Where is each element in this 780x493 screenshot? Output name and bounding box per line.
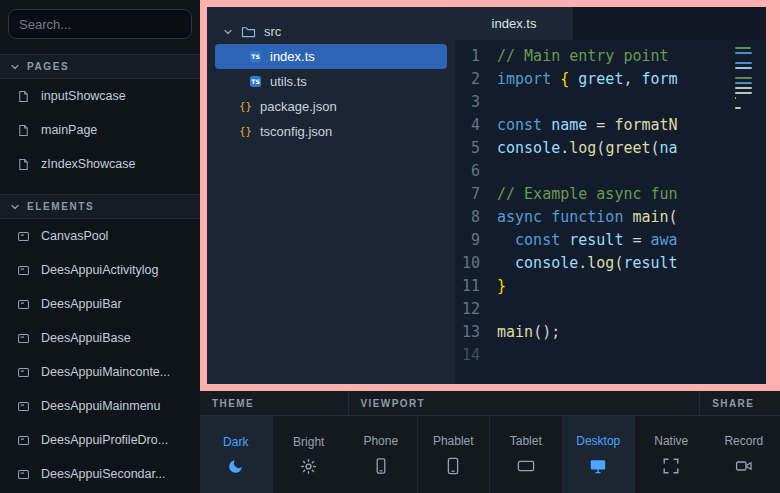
tablet-icon	[517, 457, 535, 475]
editor-pane: index.ts 1// Main entry point2import { g…	[455, 7, 766, 384]
svg-text:TS: TS	[251, 78, 259, 85]
phablet-button[interactable]: Phablet	[418, 416, 491, 493]
json-file-icon: {}	[239, 100, 252, 113]
svg-text:TS: TS	[251, 53, 259, 60]
code-line: 1// Main entry point	[455, 45, 766, 68]
component-icon	[17, 298, 30, 311]
desktop-icon	[589, 457, 607, 475]
sidebar-item-deesappuimainmenu[interactable]: DeesAppuiMainmenu	[0, 389, 200, 423]
sidebar-item-label: DeesAppuiMainconte...	[41, 365, 170, 379]
section-header-elements[interactable]: ELEMENTS	[0, 194, 200, 219]
file-tree: srcTSindex.tsTSutils.ts{}package.json{}t…	[207, 7, 455, 384]
code-token: name	[542, 116, 596, 134]
code-token: =	[596, 116, 614, 134]
sidebar-item-deesappuisecondar[interactable]: DeesAppuiSecondar...	[0, 457, 200, 491]
section-header-pages[interactable]: PAGES	[0, 54, 200, 79]
sidebar-item-label: DeesAppuiActivitylog	[41, 263, 158, 277]
tree-item-index-ts[interactable]: TSindex.ts	[215, 44, 447, 69]
code-token: (	[669, 208, 678, 226]
toolbar-section-label: VIEWPORT	[361, 398, 426, 409]
code-token	[497, 254, 515, 272]
code-text: console.log(result	[497, 252, 678, 275]
code-token: // Example async fun	[497, 185, 678, 203]
tree-item-package-json[interactable]: {}package.json	[215, 94, 447, 119]
code-line: 14	[455, 344, 766, 367]
code-token: result	[623, 254, 677, 272]
line-number: 14	[455, 344, 497, 367]
toolbar-button-label: Bright	[293, 435, 324, 449]
tree-item-utils-ts[interactable]: TSutils.ts	[215, 69, 447, 94]
line-number: 13	[455, 321, 497, 344]
toolbar-group-viewport: PhonePhabletTabletDesktopNative	[345, 416, 708, 493]
file-icon	[17, 158, 30, 171]
sidebar-item-deesappuiactivitylog[interactable]: DeesAppuiActivitylog	[0, 253, 200, 287]
code-token	[551, 70, 560, 88]
tree-item-tsconfig-json[interactable]: {}tsconfig.json	[215, 119, 447, 144]
editor-tab[interactable]: index.ts	[455, 7, 573, 40]
bright-button[interactable]: Bright	[273, 416, 346, 493]
line-number: 6	[455, 160, 497, 183]
code-area: 1// Main entry point2import { greet, for…	[455, 40, 766, 384]
minimap-gap	[735, 112, 753, 117]
chevron-down-icon	[10, 62, 20, 72]
svg-text:{}: {}	[239, 126, 251, 137]
code-line: 5console.log(greet(na	[455, 137, 766, 160]
json-file-icon: {}	[239, 125, 252, 138]
code-token: (	[651, 139, 660, 157]
sidebar-item-label: DeesAppuiSecondar...	[41, 467, 165, 481]
line-number: 12	[455, 298, 497, 321]
code-line: 2import { greet, form	[455, 68, 766, 91]
native-button[interactable]: Native	[635, 416, 708, 493]
code-token: main	[623, 208, 668, 226]
code-token: formatN	[614, 116, 677, 134]
code-text: // Example async fun	[497, 183, 678, 206]
sidebar-item-mainpage[interactable]: mainPage	[0, 113, 200, 147]
code-line: 11}	[455, 275, 766, 298]
toolbar-section-share: SHARE	[700, 391, 780, 415]
tablet-button[interactable]: Tablet	[490, 416, 563, 493]
file-icon	[17, 124, 30, 137]
phone-button[interactable]: Phone	[345, 416, 418, 493]
dark-button[interactable]: Dark	[200, 416, 273, 493]
sidebar-item-deesappuibase[interactable]: DeesAppuiBase	[0, 321, 200, 355]
moon-icon	[227, 458, 244, 475]
sidebar-item-deesappuibar[interactable]: DeesAppuiBar	[0, 287, 200, 321]
minimap-line	[735, 82, 752, 84]
code-token	[497, 231, 515, 249]
code-line: 6	[455, 160, 766, 183]
code-lines: 1// Main entry point2import { greet, for…	[455, 45, 766, 367]
sidebar-item-label: DeesAppuiBase	[41, 331, 131, 345]
code-token: log	[569, 139, 596, 157]
search-input[interactable]	[8, 9, 192, 39]
line-number: 8	[455, 206, 497, 229]
component-icon	[17, 366, 30, 379]
sidebar-item-deesappuimainconte[interactable]: DeesAppuiMainconte...	[0, 355, 200, 389]
sidebar-item-label: inputShowcase	[41, 89, 126, 103]
component-icon	[17, 468, 30, 481]
toolbar-button-label: Phone	[363, 434, 398, 448]
component-icon	[17, 230, 30, 243]
tree-item-label: tsconfig.json	[260, 124, 332, 139]
code-token: const	[497, 116, 542, 134]
code-token: ();	[533, 323, 560, 341]
toolbar-section-theme: THEME	[200, 391, 349, 415]
desktop-button[interactable]: Desktop	[563, 416, 636, 493]
folder-icon	[241, 25, 256, 38]
code-token: {	[560, 70, 569, 88]
record-button[interactable]: Record	[708, 416, 780, 493]
sidebar: PAGESinputShowcasemainPagezIndexShowcase…	[0, 0, 200, 493]
code-editor-component: srcTSindex.tsTSutils.ts{}package.json{}t…	[207, 7, 766, 384]
sidebar-item-inputshowcase[interactable]: inputShowcase	[0, 79, 200, 113]
svg-text:{}: {}	[239, 101, 251, 112]
code-text: const name = formatN	[497, 114, 678, 137]
sidebar-item-zindexshowcase[interactable]: zIndexShowcase	[0, 147, 200, 181]
toolbar-button-label: Desktop	[576, 434, 620, 448]
sidebar-item-deesappuiprofiledro[interactable]: DeesAppuiProfileDro...	[0, 423, 200, 457]
sidebar-item-label: DeesAppuiProfileDro...	[41, 433, 168, 447]
tree-item-src[interactable]: src	[215, 19, 447, 44]
code-token: na	[660, 139, 678, 157]
code-text: main();	[497, 321, 560, 344]
sidebar-item-label: CanvasPool	[41, 229, 108, 243]
sidebar-item-canvaspool[interactable]: CanvasPool	[0, 219, 200, 253]
tree-item-label: index.ts	[270, 49, 315, 64]
